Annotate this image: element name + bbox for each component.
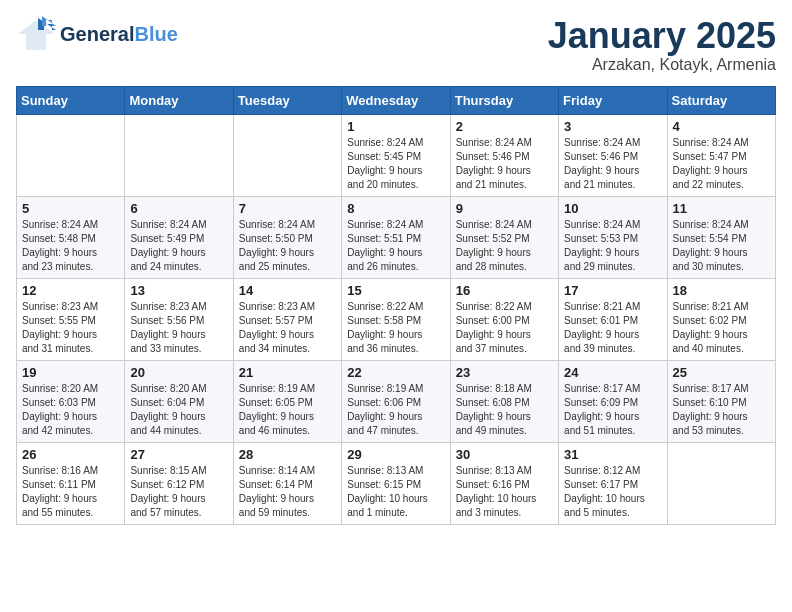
logo: GeneralBlue <box>16 16 178 52</box>
day-number: 11 <box>673 201 770 216</box>
day-info: Sunrise: 8:19 AMSunset: 6:06 PMDaylight:… <box>347 382 444 438</box>
calendar-cell <box>667 442 775 524</box>
day-info: Sunrise: 8:24 AMSunset: 5:52 PMDaylight:… <box>456 218 553 274</box>
calendar-cell <box>233 114 341 196</box>
calendar-table: SundayMondayTuesdayWednesdayThursdayFrid… <box>16 86 776 525</box>
calendar-cell: 26Sunrise: 8:16 AMSunset: 6:11 PMDayligh… <box>17 442 125 524</box>
day-info: Sunrise: 8:24 AMSunset: 5:53 PMDaylight:… <box>564 218 661 274</box>
day-number: 9 <box>456 201 553 216</box>
day-number: 3 <box>564 119 661 134</box>
day-info: Sunrise: 8:24 AMSunset: 5:45 PMDaylight:… <box>347 136 444 192</box>
day-number: 22 <box>347 365 444 380</box>
calendar-cell: 19Sunrise: 8:20 AMSunset: 6:03 PMDayligh… <box>17 360 125 442</box>
calendar-cell: 24Sunrise: 8:17 AMSunset: 6:09 PMDayligh… <box>559 360 667 442</box>
week-row-3: 12Sunrise: 8:23 AMSunset: 5:55 PMDayligh… <box>17 278 776 360</box>
day-number: 12 <box>22 283 119 298</box>
calendar-cell: 8Sunrise: 8:24 AMSunset: 5:51 PMDaylight… <box>342 196 450 278</box>
day-info: Sunrise: 8:24 AMSunset: 5:46 PMDaylight:… <box>564 136 661 192</box>
day-info: Sunrise: 8:18 AMSunset: 6:08 PMDaylight:… <box>456 382 553 438</box>
calendar-cell: 30Sunrise: 8:13 AMSunset: 6:16 PMDayligh… <box>450 442 558 524</box>
day-number: 30 <box>456 447 553 462</box>
day-info: Sunrise: 8:22 AMSunset: 5:58 PMDaylight:… <box>347 300 444 356</box>
weekday-header-saturday: Saturday <box>667 86 775 114</box>
weekday-header-monday: Monday <box>125 86 233 114</box>
day-info: Sunrise: 8:21 AMSunset: 6:01 PMDaylight:… <box>564 300 661 356</box>
weekday-header-wednesday: Wednesday <box>342 86 450 114</box>
day-info: Sunrise: 8:17 AMSunset: 6:09 PMDaylight:… <box>564 382 661 438</box>
day-number: 21 <box>239 365 336 380</box>
day-info: Sunrise: 8:16 AMSunset: 6:11 PMDaylight:… <box>22 464 119 520</box>
day-number: 2 <box>456 119 553 134</box>
day-info: Sunrise: 8:24 AMSunset: 5:51 PMDaylight:… <box>347 218 444 274</box>
logo-text: GeneralBlue <box>60 23 178 45</box>
calendar-subtitle: Arzakan, Kotayk, Armenia <box>548 56 776 74</box>
calendar-cell: 12Sunrise: 8:23 AMSunset: 5:55 PMDayligh… <box>17 278 125 360</box>
day-number: 13 <box>130 283 227 298</box>
calendar-cell: 9Sunrise: 8:24 AMSunset: 5:52 PMDaylight… <box>450 196 558 278</box>
day-info: Sunrise: 8:12 AMSunset: 6:17 PMDaylight:… <box>564 464 661 520</box>
calendar-cell <box>17 114 125 196</box>
day-number: 16 <box>456 283 553 298</box>
calendar-cell: 22Sunrise: 8:19 AMSunset: 6:06 PMDayligh… <box>342 360 450 442</box>
day-number: 24 <box>564 365 661 380</box>
weekday-header-friday: Friday <box>559 86 667 114</box>
day-number: 10 <box>564 201 661 216</box>
calendar-cell: 29Sunrise: 8:13 AMSunset: 6:15 PMDayligh… <box>342 442 450 524</box>
day-info: Sunrise: 8:24 AMSunset: 5:54 PMDaylight:… <box>673 218 770 274</box>
day-number: 1 <box>347 119 444 134</box>
weekday-header-row: SundayMondayTuesdayWednesdayThursdayFrid… <box>17 86 776 114</box>
calendar-cell: 5Sunrise: 8:24 AMSunset: 5:48 PMDaylight… <box>17 196 125 278</box>
day-info: Sunrise: 8:23 AMSunset: 5:55 PMDaylight:… <box>22 300 119 356</box>
weekday-header-thursday: Thursday <box>450 86 558 114</box>
day-info: Sunrise: 8:19 AMSunset: 6:05 PMDaylight:… <box>239 382 336 438</box>
day-number: 15 <box>347 283 444 298</box>
calendar-cell: 17Sunrise: 8:21 AMSunset: 6:01 PMDayligh… <box>559 278 667 360</box>
day-info: Sunrise: 8:23 AMSunset: 5:57 PMDaylight:… <box>239 300 336 356</box>
calendar-cell: 1Sunrise: 8:24 AMSunset: 5:45 PMDaylight… <box>342 114 450 196</box>
day-info: Sunrise: 8:15 AMSunset: 6:12 PMDaylight:… <box>130 464 227 520</box>
day-info: Sunrise: 8:13 AMSunset: 6:15 PMDaylight:… <box>347 464 444 520</box>
day-number: 6 <box>130 201 227 216</box>
calendar-title: January 2025 <box>548 16 776 56</box>
weekday-header-tuesday: Tuesday <box>233 86 341 114</box>
day-number: 4 <box>673 119 770 134</box>
calendar-cell: 21Sunrise: 8:19 AMSunset: 6:05 PMDayligh… <box>233 360 341 442</box>
day-info: Sunrise: 8:20 AMSunset: 6:03 PMDaylight:… <box>22 382 119 438</box>
calendar-cell: 16Sunrise: 8:22 AMSunset: 6:00 PMDayligh… <box>450 278 558 360</box>
day-number: 25 <box>673 365 770 380</box>
day-info: Sunrise: 8:13 AMSunset: 6:16 PMDaylight:… <box>456 464 553 520</box>
day-number: 29 <box>347 447 444 462</box>
calendar-cell: 6Sunrise: 8:24 AMSunset: 5:49 PMDaylight… <box>125 196 233 278</box>
week-row-4: 19Sunrise: 8:20 AMSunset: 6:03 PMDayligh… <box>17 360 776 442</box>
title-area: January 2025 Arzakan, Kotayk, Armenia <box>548 16 776 74</box>
page-header: GeneralBlue January 2025 Arzakan, Kotayk… <box>16 16 776 74</box>
day-info: Sunrise: 8:20 AMSunset: 6:04 PMDaylight:… <box>130 382 227 438</box>
day-number: 27 <box>130 447 227 462</box>
calendar-cell: 23Sunrise: 8:18 AMSunset: 6:08 PMDayligh… <box>450 360 558 442</box>
day-number: 19 <box>22 365 119 380</box>
day-number: 5 <box>22 201 119 216</box>
day-info: Sunrise: 8:21 AMSunset: 6:02 PMDaylight:… <box>673 300 770 356</box>
calendar-cell: 4Sunrise: 8:24 AMSunset: 5:47 PMDaylight… <box>667 114 775 196</box>
day-info: Sunrise: 8:24 AMSunset: 5:47 PMDaylight:… <box>673 136 770 192</box>
day-info: Sunrise: 8:24 AMSunset: 5:48 PMDaylight:… <box>22 218 119 274</box>
calendar-cell: 28Sunrise: 8:14 AMSunset: 6:14 PMDayligh… <box>233 442 341 524</box>
logo-icon <box>16 16 56 52</box>
day-number: 23 <box>456 365 553 380</box>
day-number: 7 <box>239 201 336 216</box>
day-info: Sunrise: 8:22 AMSunset: 6:00 PMDaylight:… <box>456 300 553 356</box>
calendar-cell: 10Sunrise: 8:24 AMSunset: 5:53 PMDayligh… <box>559 196 667 278</box>
calendar-cell: 25Sunrise: 8:17 AMSunset: 6:10 PMDayligh… <box>667 360 775 442</box>
calendar-cell: 18Sunrise: 8:21 AMSunset: 6:02 PMDayligh… <box>667 278 775 360</box>
calendar-cell: 7Sunrise: 8:24 AMSunset: 5:50 PMDaylight… <box>233 196 341 278</box>
calendar-cell: 20Sunrise: 8:20 AMSunset: 6:04 PMDayligh… <box>125 360 233 442</box>
week-row-2: 5Sunrise: 8:24 AMSunset: 5:48 PMDaylight… <box>17 196 776 278</box>
day-number: 20 <box>130 365 227 380</box>
day-info: Sunrise: 8:24 AMSunset: 5:49 PMDaylight:… <box>130 218 227 274</box>
calendar-cell: 15Sunrise: 8:22 AMSunset: 5:58 PMDayligh… <box>342 278 450 360</box>
calendar-cell: 13Sunrise: 8:23 AMSunset: 5:56 PMDayligh… <box>125 278 233 360</box>
calendar-cell: 14Sunrise: 8:23 AMSunset: 5:57 PMDayligh… <box>233 278 341 360</box>
day-info: Sunrise: 8:24 AMSunset: 5:46 PMDaylight:… <box>456 136 553 192</box>
day-number: 18 <box>673 283 770 298</box>
day-info: Sunrise: 8:14 AMSunset: 6:14 PMDaylight:… <box>239 464 336 520</box>
